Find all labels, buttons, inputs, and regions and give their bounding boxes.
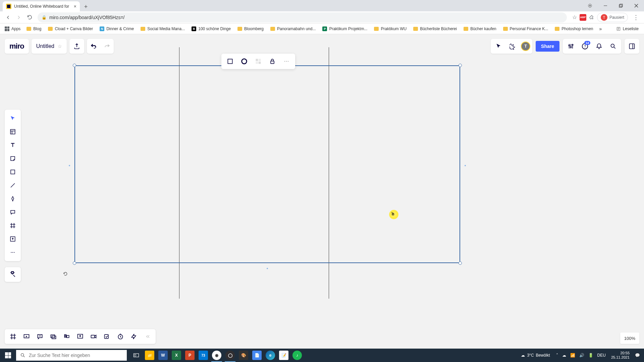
video-button[interactable] xyxy=(87,330,100,343)
resize-handle-sw[interactable] xyxy=(73,261,76,265)
collapse-bottom-bar[interactable] xyxy=(141,330,154,343)
selected-rectangle[interactable] xyxy=(74,65,460,263)
templates-tool[interactable] xyxy=(7,126,19,138)
connection-point[interactable] xyxy=(465,165,466,166)
bookmark-item[interactable]: Blog xyxy=(24,24,44,33)
comment-tool[interactable] xyxy=(7,206,19,218)
forward-button[interactable] xyxy=(13,12,24,23)
new-tab-button[interactable]: + xyxy=(81,2,91,11)
upload-tool[interactable] xyxy=(7,233,19,245)
pen-tool[interactable] xyxy=(7,193,19,205)
start-button[interactable] xyxy=(0,349,16,362)
resize-handle-nw[interactable] xyxy=(73,64,76,67)
activities-button[interactable] xyxy=(127,330,140,343)
star-icon[interactable]: ☆ xyxy=(58,44,62,49)
connection-point[interactable] xyxy=(267,268,268,269)
taskbar-app-excel[interactable]: X xyxy=(170,349,183,362)
share-button[interactable]: Share xyxy=(536,41,559,52)
settings-button[interactable] xyxy=(565,40,577,52)
taskbar-app-spotify[interactable]: ♪ xyxy=(290,349,304,362)
taskbar-app[interactable]: 🎨 xyxy=(237,349,250,362)
bookmark-item[interactable]: PPraktikum Projektm... xyxy=(320,24,370,33)
sticky-note-tool[interactable] xyxy=(7,153,19,165)
bookmarks-overflow-icon[interactable]: » xyxy=(597,26,604,32)
redo-button[interactable] xyxy=(100,39,114,54)
bookmark-item[interactable]: Praktikum WU xyxy=(371,24,409,33)
search-input[interactable] xyxy=(29,353,123,358)
tray-onedrive-icon[interactable]: ☁ xyxy=(561,353,568,358)
cards-button[interactable] xyxy=(47,330,60,343)
user-avatar[interactable]: T xyxy=(521,42,530,51)
weather-widget[interactable]: ☁ 3°C Bewölkt xyxy=(518,353,553,358)
extensions-icon[interactable] xyxy=(589,15,594,20)
tray-battery-icon[interactable]: 🔋 xyxy=(587,353,595,358)
tray-language[interactable]: DEU xyxy=(596,353,607,358)
bookmark-item[interactable]: Photoshop lernen xyxy=(552,24,596,33)
voting-button[interactable] xyxy=(101,330,113,343)
undo-button[interactable] xyxy=(87,39,100,54)
line-tool[interactable] xyxy=(7,179,19,191)
side-panel-button[interactable] xyxy=(625,39,639,54)
taskbar-clock[interactable]: 20:55 25.11.2021 xyxy=(608,351,632,360)
bookmark-item[interactable]: NDinner & Crime xyxy=(97,24,137,33)
browser-tab[interactable]: Untitled, Online Whiteboard for × xyxy=(3,1,80,11)
bookmark-item[interactable]: Cload + Canva Bilder xyxy=(45,24,96,33)
magic-tool[interactable] xyxy=(5,267,21,282)
screen-share-button[interactable] xyxy=(74,330,87,343)
profile-button[interactable]: T Pausiert xyxy=(597,13,628,22)
frames-panel-button[interactable] xyxy=(7,330,19,343)
help-button[interactable]: ? 14 xyxy=(579,40,591,52)
export-button[interactable] xyxy=(69,39,84,54)
border-style-button[interactable] xyxy=(237,55,251,68)
close-tab-icon[interactable]: × xyxy=(74,4,76,9)
tray-volume-icon[interactable]: 🔊 xyxy=(578,353,586,358)
presentation-button[interactable] xyxy=(20,330,33,343)
miro-logo[interactable]: miro xyxy=(5,39,29,54)
taskbar-app-chrome[interactable]: ◉ xyxy=(210,349,223,362)
bookmark-item[interactable]: Bücherliste Bücherei xyxy=(411,24,460,33)
cursor-mode-button[interactable] xyxy=(493,40,505,52)
address-bar[interactable]: 🔒 miro.com/app/board/uXjVOf85Hzs=/ xyxy=(38,12,567,22)
action-center-icon[interactable]: 💬 xyxy=(634,353,641,358)
shape-type-button[interactable] xyxy=(223,55,237,68)
more-tools[interactable] xyxy=(7,246,19,258)
taskbar-app-explorer[interactable]: 📁 xyxy=(143,349,156,362)
reload-button[interactable] xyxy=(24,12,35,23)
resize-handle-se[interactable] xyxy=(459,261,462,265)
frame-tool[interactable] xyxy=(7,220,19,232)
fill-color-button[interactable] xyxy=(252,55,265,68)
browser-menu-icon[interactable]: ⋮ xyxy=(631,14,641,21)
bookmark-item[interactable]: Personal Finance K... xyxy=(500,24,551,33)
taskbar-app-powerpoint[interactable]: P xyxy=(183,349,197,362)
taskbar-app-notepad[interactable]: 📝 xyxy=(277,349,290,362)
taskbar-app-obs[interactable]: ◯ xyxy=(223,349,237,362)
minimize-button[interactable] xyxy=(598,0,613,11)
zoom-level[interactable]: 100% xyxy=(620,333,639,344)
back-button[interactable] xyxy=(3,12,13,23)
lock-button[interactable] xyxy=(266,55,279,68)
text-tool[interactable] xyxy=(7,139,19,151)
chat-button[interactable] xyxy=(60,330,73,343)
taskbar-app[interactable]: 📄 xyxy=(250,349,264,362)
taskbar-search[interactable] xyxy=(16,350,127,361)
shape-tool[interactable] xyxy=(7,166,19,178)
maximize-button[interactable] xyxy=(613,0,629,11)
task-view-button[interactable] xyxy=(129,349,143,362)
close-window-button[interactable] xyxy=(629,0,644,11)
tray-wifi-icon[interactable]: 📶 xyxy=(569,353,577,358)
bookmark-item[interactable]: Bloomberg xyxy=(235,24,266,33)
account-indicator-icon[interactable] xyxy=(582,0,598,11)
bookmark-item[interactable]: Panoramabahn und... xyxy=(268,24,318,33)
notifications-button[interactable] xyxy=(593,40,605,52)
reading-list-button[interactable]: Leseliste xyxy=(613,26,641,31)
adblock-icon[interactable]: ABP xyxy=(580,14,586,21)
comments-panel-button[interactable] xyxy=(34,330,46,343)
select-tool[interactable] xyxy=(7,112,19,124)
rotate-handle[interactable] xyxy=(63,272,68,276)
taskbar-app-calendar[interactable]: 73 xyxy=(197,349,210,362)
connection-point[interactable] xyxy=(69,165,70,166)
timer-button[interactable] xyxy=(114,330,127,343)
apps-bookmark[interactable]: Apps xyxy=(3,26,22,31)
reactions-button[interactable] xyxy=(507,40,519,52)
bookmark-item[interactable]: B100 schöne Dinge xyxy=(189,24,233,33)
